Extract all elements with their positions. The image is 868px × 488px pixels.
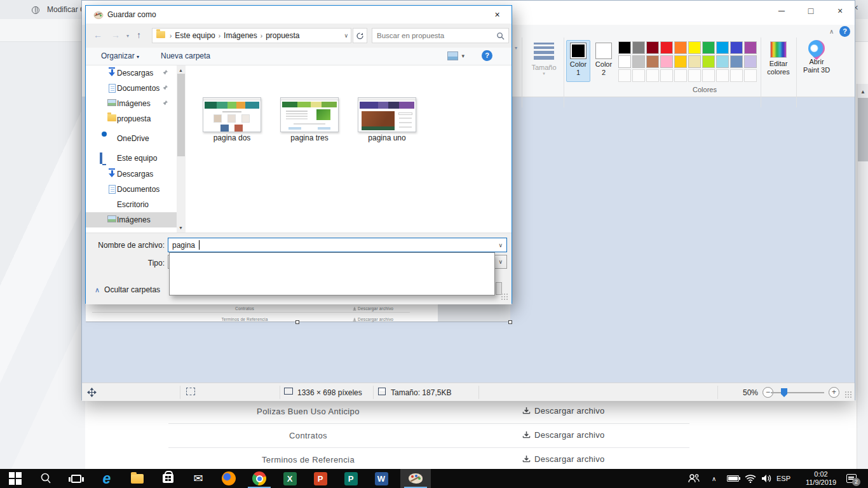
- size-button[interactable]: Tamaño ▾: [524, 37, 564, 96]
- palette-swatch[interactable]: [660, 55, 673, 68]
- palette-swatch[interactable]: [632, 41, 645, 54]
- palette-empty-slot[interactable]: [674, 69, 687, 82]
- action-center-button[interactable]: 2: [846, 469, 857, 488]
- sidebar-item-este-equipo[interactable]: Este equipo: [86, 151, 177, 166]
- refresh-button[interactable]: [353, 28, 367, 43]
- filename-autocomplete-dropdown[interactable]: [169, 252, 495, 295]
- zoom-in-button[interactable]: +: [829, 387, 839, 398]
- collapse-ribbon-icon[interactable]: ∧: [829, 28, 834, 35]
- search-input[interactable]: [377, 30, 491, 41]
- palette-swatch[interactable]: [632, 55, 645, 68]
- palette-empty-slot[interactable]: [730, 69, 743, 82]
- palette-swatch[interactable]: [660, 41, 673, 54]
- scroll-up-icon[interactable]: ▲: [179, 68, 183, 72]
- palette-swatch[interactable]: [618, 55, 631, 68]
- palette-swatch[interactable]: [702, 41, 715, 54]
- palette-empty-slot[interactable]: [688, 69, 701, 82]
- palette-swatch[interactable]: [744, 55, 757, 68]
- palette-empty-slot[interactable]: [632, 69, 645, 82]
- taskbar-powerpoint[interactable]: P: [305, 469, 336, 488]
- palette-swatch[interactable]: [646, 55, 659, 68]
- download-link[interactable]: Descargar archivo: [522, 454, 605, 464]
- tray-overflow-button[interactable]: ∧: [712, 469, 716, 488]
- palette-empty-slot[interactable]: [702, 69, 715, 82]
- filename-input[interactable]: pagina ∨: [168, 238, 507, 252]
- palette-swatch[interactable]: [716, 41, 729, 54]
- breadcrumb-item[interactable]: Imágenes: [222, 31, 259, 40]
- zoom-slider[interactable]: [771, 392, 824, 393]
- taskbar-chrome[interactable]: [244, 469, 275, 488]
- sidebar-item-documentos-pc[interactable]: Documentos: [86, 182, 177, 197]
- canvas-resize-handle[interactable]: [508, 320, 512, 324]
- help-button[interactable]: ?: [482, 50, 492, 61]
- palette-swatch[interactable]: [744, 41, 757, 54]
- edit-colors-button[interactable]: Editar colores: [763, 40, 794, 76]
- taskbar-firefox[interactable]: [214, 469, 244, 488]
- brushes-dropdown-icon[interactable]: ▾: [515, 45, 517, 51]
- taskbar-publisher[interactable]: P: [336, 469, 366, 488]
- file-item-pagina-tres[interactable]: [280, 97, 339, 132]
- sidebar-item-imagenes-pc[interactable]: Imágenes: [86, 212, 177, 227]
- taskbar-search-button[interactable]: [31, 469, 61, 488]
- chevron-down-icon[interactable]: ▾: [126, 33, 129, 39]
- breadcrumb-item[interactable]: Este equipo: [173, 31, 216, 40]
- forward-icon[interactable]: →: [111, 30, 120, 40]
- hide-folders-button[interactable]: ∧Ocultar carpetas: [95, 285, 160, 294]
- organize-button[interactable]: Organizar ▾: [101, 51, 139, 60]
- palette-swatch[interactable]: [716, 55, 729, 68]
- back-icon[interactable]: ←: [93, 30, 102, 40]
- palette-empty-slot[interactable]: [716, 69, 729, 82]
- file-item-pagina-uno[interactable]: [358, 97, 416, 132]
- battery-button[interactable]: [727, 469, 739, 488]
- color1-button[interactable]: Color 1: [566, 40, 590, 82]
- view-mode-button[interactable]: ▾: [447, 51, 465, 60]
- minimize-button[interactable]: ─: [767, 1, 796, 21]
- palette-swatch[interactable]: [674, 41, 687, 54]
- task-view-button[interactable]: [61, 469, 92, 488]
- sidebar-scrollbar[interactable]: ▲ ▼: [177, 65, 186, 233]
- up-icon[interactable]: ↑: [137, 30, 141, 40]
- window-resize-grip[interactable]: [844, 391, 852, 398]
- file-item-pagina-dos[interactable]: [203, 97, 261, 132]
- wifi-button[interactable]: [745, 469, 756, 488]
- chevron-down-icon[interactable]: ∨: [344, 29, 348, 43]
- taskbar-paint[interactable]: [400, 469, 431, 488]
- palette-empty-slot[interactable]: [660, 69, 673, 82]
- sidebar-item-documentos[interactable]: Documentos: [86, 81, 177, 96]
- sidebar-item-imagenes[interactable]: Imágenes: [86, 96, 177, 111]
- taskbar-store[interactable]: [153, 469, 183, 488]
- scrollbar-thumb[interactable]: [177, 74, 185, 156]
- palette-swatch[interactable]: [730, 41, 743, 54]
- download-link[interactable]: Descargar archivo: [522, 406, 605, 416]
- maximize-button[interactable]: □: [796, 1, 825, 21]
- palette-swatch[interactable]: [688, 55, 701, 68]
- volume-button[interactable]: [761, 469, 773, 488]
- page-scrollbar[interactable]: ▲: [857, 84, 868, 488]
- chevron-down-icon[interactable]: ∨: [498, 242, 503, 248]
- people-button[interactable]: [688, 469, 700, 488]
- taskbar-word[interactable]: W: [366, 469, 397, 488]
- language-indicator[interactable]: ESP: [776, 469, 790, 488]
- color2-button[interactable]: Color 2: [592, 40, 616, 82]
- sidebar-item-descargas[interactable]: Descargas: [86, 65, 177, 81]
- sidebar-item-descargas-pc[interactable]: Descargas: [86, 166, 177, 182]
- palette-empty-slot[interactable]: [744, 69, 757, 82]
- clock[interactable]: 0:02 11/9/2019: [799, 469, 843, 488]
- canvas-resize-handle[interactable]: [295, 320, 299, 324]
- palette-swatch[interactable]: [730, 55, 743, 68]
- browser-tab[interactable]: Modificar Obra/: [47, 5, 85, 14]
- palette-empty-slot[interactable]: [646, 69, 659, 82]
- taskbar-mail[interactable]: ✉: [183, 469, 214, 488]
- start-button[interactable]: [0, 469, 31, 488]
- palette-swatch[interactable]: [618, 41, 631, 54]
- sidebar-item-onedrive[interactable]: OneDrive: [86, 131, 177, 146]
- open-paint3d-button[interactable]: Abrir Paint 3D: [799, 40, 834, 74]
- zoom-slider-thumb[interactable]: [781, 388, 787, 397]
- breadcrumb[interactable]: ›Este equipo›Imágenes›propuesta ∨: [152, 28, 351, 43]
- paint-help-button[interactable]: ?: [839, 26, 850, 37]
- palette-swatch[interactable]: [646, 41, 659, 54]
- taskbar-edge[interactable]: e: [92, 469, 122, 488]
- palette-swatch[interactable]: [688, 41, 701, 54]
- download-link[interactable]: Descargar archivo: [522, 430, 605, 440]
- scroll-down-icon[interactable]: ▼: [179, 226, 183, 230]
